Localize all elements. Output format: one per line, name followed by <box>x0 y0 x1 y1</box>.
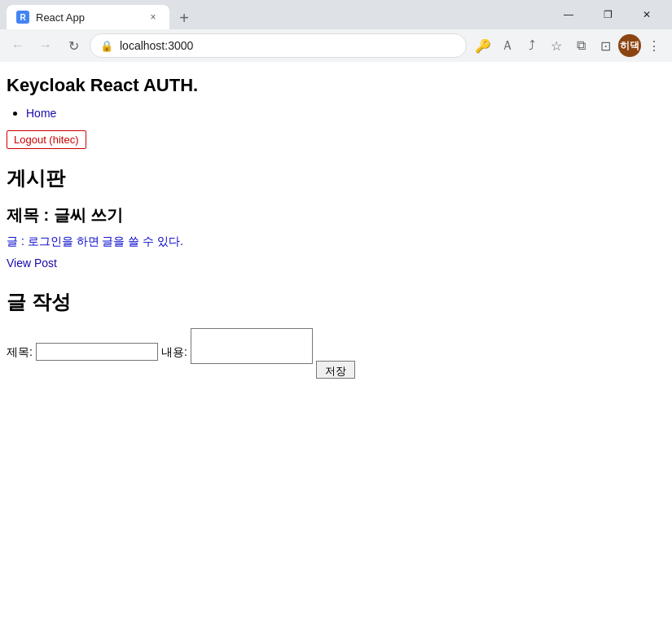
share-icon[interactable]: ⤴ <box>520 34 543 57</box>
title-input[interactable] <box>36 343 158 361</box>
post-content: 글 : 로그인을 하면 글을 쓸 수 있다. <box>7 235 665 249</box>
key-icon[interactable]: 🔑 <box>472 34 494 57</box>
page-content: Keycloak React AUTH. Home Logout (hitec)… <box>0 62 672 627</box>
nav-list-item: Home <box>26 106 665 121</box>
extensions-icon[interactable]: ⧉ <box>569 34 592 57</box>
profile-avatar[interactable]: 히댁 <box>618 34 641 57</box>
tab-close-button[interactable]: × <box>147 11 160 24</box>
split-icon[interactable]: ⊡ <box>594 34 617 57</box>
browser-chrome: R React App × + — ❐ ✕ ← → ↻ 🔒 localhost:… <box>0 0 672 62</box>
save-button[interactable]: 저장 <box>316 361 355 379</box>
view-post-link[interactable]: View Post <box>7 256 57 270</box>
forward-button[interactable]: → <box>34 34 57 57</box>
content-textarea[interactable] <box>191 328 313 364</box>
url-text: localhost:3000 <box>120 39 193 52</box>
content-label: 내용: <box>161 343 187 361</box>
tab-title: React App <box>36 11 140 24</box>
board-section-title: 게시판 <box>7 165 665 191</box>
restore-button[interactable]: ❐ <box>589 0 626 29</box>
lock-icon: 🔒 <box>100 40 113 52</box>
active-tab[interactable]: R React App × <box>7 5 169 29</box>
address-bar: ← → ↻ 🔒 localhost:3000 🔑 Ａ ⤴ ☆ ⧉ ⊡ 히댁 ⋮ <box>0 29 672 62</box>
toolbar-icons: 🔑 Ａ ⤴ ☆ ⧉ ⊡ 히댁 ⋮ <box>472 34 665 57</box>
back-button[interactable]: ← <box>7 34 29 57</box>
tab-favicon: R <box>16 11 29 24</box>
nav-list: Home <box>7 106 665 121</box>
tab-strip: R React App × + <box>7 0 195 29</box>
bookmark-icon[interactable]: ☆ <box>545 34 568 57</box>
url-bar[interactable]: 🔒 localhost:3000 <box>90 33 467 58</box>
title-bar: R React App × + — ❐ ✕ <box>0 0 672 29</box>
post-title: 제목 : 글씨 쓰기 <box>7 204 665 226</box>
window-controls: — ❐ ✕ <box>550 0 665 29</box>
translate-icon[interactable]: Ａ <box>496 34 519 57</box>
write-form: 제목: 내용: 저장 <box>7 328 665 379</box>
new-tab-button[interactable]: + <box>173 7 195 29</box>
refresh-button[interactable]: ↻ <box>62 34 85 57</box>
minimize-button[interactable]: — <box>550 0 587 29</box>
more-button[interactable]: ⋮ <box>643 34 665 57</box>
close-button[interactable]: ✕ <box>628 0 665 29</box>
logout-button[interactable]: Logout (hitec) <box>7 130 86 149</box>
title-label: 제목: <box>7 343 33 361</box>
app-title: Keycloak React AUTH. <box>7 75 665 96</box>
write-section-title: 글 작성 <box>7 289 665 315</box>
home-link[interactable]: Home <box>26 107 56 120</box>
